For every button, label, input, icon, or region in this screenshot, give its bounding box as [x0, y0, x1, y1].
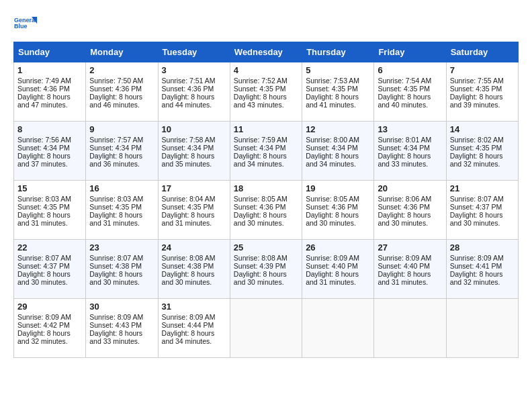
cell-line: Sunrise: 8:09 AM [89, 313, 154, 321]
day-number: 8 [17, 124, 82, 134]
cell-line: Sunset: 4:36 PM [17, 85, 82, 93]
cell-line: Sunrise: 8:04 AM [162, 195, 226, 203]
day-number: 31 [162, 302, 226, 312]
calendar-cell: 8Sunrise: 7:56 AMSunset: 4:34 PMDaylight… [14, 122, 86, 181]
cell-line: Daylight: 8 hours [306, 93, 370, 101]
calendar-cell: 21Sunrise: 8:07 AMSunset: 4:37 PMDayligh… [446, 181, 518, 240]
cell-line: and 32 minutes. [450, 278, 515, 286]
cell-line: and 46 minutes. [89, 101, 154, 109]
day-number: 7 [450, 65, 515, 75]
cell-line: and 31 minutes. [306, 278, 370, 286]
calendar-cell: 3Sunrise: 7:51 AMSunset: 4:36 PMDaylight… [158, 62, 230, 122]
calendar-cell: 23Sunrise: 8:07 AMSunset: 4:38 PMDayligh… [86, 240, 158, 299]
cell-line: Sunset: 4:36 PM [378, 203, 442, 211]
cell-line: and 30 minutes. [162, 278, 226, 286]
cell-line: and 30 minutes. [378, 219, 442, 227]
cell-line: Sunrise: 8:07 AM [89, 254, 154, 262]
calendar-cell [446, 299, 518, 358]
cell-line: Daylight: 8 hours [378, 270, 442, 278]
calendar-cell [374, 299, 446, 358]
day-number: 22 [17, 242, 82, 253]
cell-line: and 40 minutes. [378, 101, 442, 109]
cell-line: Sunrise: 8:01 AM [378, 136, 442, 144]
cell-line: Daylight: 8 hours [89, 93, 154, 101]
cell-line: Daylight: 8 hours [450, 152, 515, 160]
day-number: 20 [378, 183, 442, 193]
cell-line: Sunrise: 7:54 AM [378, 77, 442, 85]
cell-line: and 31 minutes. [17, 219, 82, 227]
calendar-cell: 5Sunrise: 7:53 AMSunset: 4:35 PMDaylight… [302, 62, 374, 122]
calendar-cell: 27Sunrise: 8:09 AMSunset: 4:40 PMDayligh… [374, 240, 446, 299]
cell-line: Sunset: 4:35 PM [378, 85, 442, 93]
cell-line: Sunset: 4:38 PM [89, 262, 154, 270]
calendar-cell: 18Sunrise: 8:05 AMSunset: 4:36 PMDayligh… [230, 181, 302, 240]
cell-line: Sunrise: 8:09 AM [450, 254, 515, 262]
cell-line: Sunrise: 8:06 AM [378, 195, 442, 203]
cell-line: Sunset: 4:34 PM [234, 144, 298, 152]
cell-line: Daylight: 8 hours [162, 152, 226, 160]
cell-line: Sunset: 4:35 PM [306, 85, 370, 93]
cell-line: Sunset: 4:36 PM [89, 85, 154, 93]
calendar-week-4: 22Sunrise: 8:07 AMSunset: 4:37 PMDayligh… [14, 240, 519, 299]
cell-line: Sunset: 4:44 PM [162, 321, 226, 329]
calendar-cell: 17Sunrise: 8:04 AMSunset: 4:35 PMDayligh… [158, 181, 230, 240]
day-number: 29 [17, 302, 82, 312]
calendar-table: SundayMondayTuesdayWednesdayThursdayFrid… [13, 42, 519, 358]
calendar-cell: 31Sunrise: 8:09 AMSunset: 4:44 PMDayligh… [158, 299, 230, 358]
calendar-cell: 7Sunrise: 7:55 AMSunset: 4:35 PMDaylight… [446, 62, 518, 122]
cell-line: Daylight: 8 hours [89, 270, 154, 278]
cell-line: Sunset: 4:35 PM [450, 144, 515, 152]
cell-line: Sunrise: 8:05 AM [234, 195, 298, 203]
cell-line: Sunset: 4:38 PM [162, 262, 226, 270]
cell-line: and 39 minutes. [450, 101, 515, 109]
calendar-cell: 11Sunrise: 7:59 AMSunset: 4:34 PMDayligh… [230, 122, 302, 181]
cell-line: Sunset: 4:35 PM [17, 203, 82, 211]
day-number: 10 [162, 124, 226, 134]
calendar-body: 1Sunrise: 7:49 AMSunset: 4:36 PMDaylight… [14, 62, 519, 358]
calendar-cell [230, 299, 302, 358]
cell-line: Daylight: 8 hours [89, 152, 154, 160]
day-number: 4 [234, 65, 298, 75]
cell-line: Daylight: 8 hours [450, 270, 515, 278]
calendar-cell: 12Sunrise: 8:00 AMSunset: 4:34 PMDayligh… [302, 122, 374, 181]
cell-line: Sunrise: 7:57 AM [89, 136, 154, 144]
calendar-cell: 16Sunrise: 8:03 AMSunset: 4:35 PMDayligh… [86, 181, 158, 240]
day-number: 3 [162, 65, 226, 75]
day-header-monday: Monday [86, 42, 158, 62]
cell-line: Sunrise: 8:09 AM [378, 254, 442, 262]
cell-line: Sunset: 4:34 PM [378, 144, 442, 152]
day-number: 25 [234, 242, 298, 253]
cell-line: Sunset: 4:35 PM [234, 85, 298, 93]
day-number: 5 [306, 65, 370, 75]
cell-line: and 31 minutes. [89, 219, 154, 227]
cell-line: Sunset: 4:39 PM [234, 262, 298, 270]
header: GeneralBlue [13, 11, 519, 35]
cell-line: and 30 minutes. [306, 219, 370, 227]
cell-line: and 34 minutes. [162, 337, 226, 345]
cell-line: and 30 minutes. [17, 278, 82, 286]
day-number: 14 [450, 124, 515, 134]
cell-line: Sunset: 4:34 PM [17, 144, 82, 152]
cell-line: Daylight: 8 hours [306, 270, 370, 278]
cell-line: and 30 minutes. [234, 278, 298, 286]
day-number: 30 [89, 302, 154, 312]
cell-line: and 36 minutes. [89, 160, 154, 168]
cell-line: Daylight: 8 hours [89, 329, 154, 337]
cell-line: Sunrise: 7:58 AM [162, 136, 226, 144]
cell-line: Sunrise: 8:03 AM [89, 195, 154, 203]
cell-line: Daylight: 8 hours [162, 211, 226, 219]
cell-line: and 33 minutes. [378, 160, 442, 168]
cell-line: Sunset: 4:41 PM [450, 262, 515, 270]
cell-line: Sunrise: 8:07 AM [17, 254, 82, 262]
cell-line: and 44 minutes. [162, 101, 226, 109]
cell-line: Sunrise: 7:52 AM [234, 77, 298, 85]
cell-line: and 43 minutes. [234, 101, 298, 109]
cell-line: and 32 minutes. [17, 337, 82, 345]
cell-line: Sunrise: 8:09 AM [17, 313, 82, 321]
cell-line: Daylight: 8 hours [378, 211, 442, 219]
cell-line: Sunset: 4:35 PM [89, 203, 154, 211]
calendar-cell: 1Sunrise: 7:49 AMSunset: 4:36 PMDaylight… [14, 62, 86, 122]
cell-line: Sunrise: 8:08 AM [234, 254, 298, 262]
day-header-tuesday: Tuesday [158, 42, 230, 62]
cell-line: Sunset: 4:34 PM [306, 144, 370, 152]
